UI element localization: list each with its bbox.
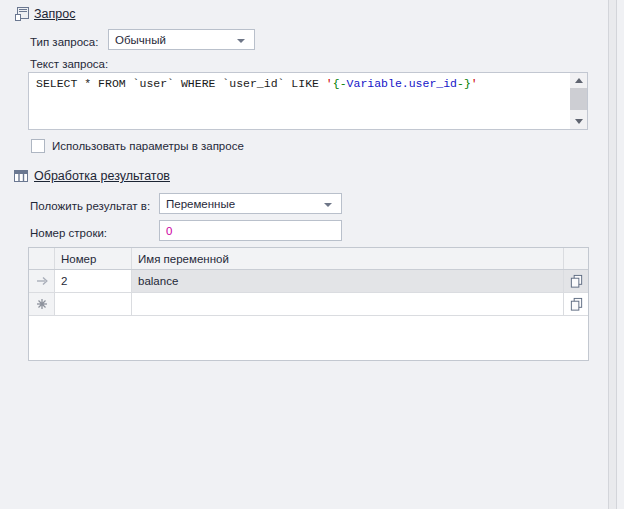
current-row-marker-cell[interactable] xyxy=(29,270,55,292)
result-target-select[interactable]: Переменные xyxy=(159,193,342,214)
chevron-down-icon xyxy=(324,203,332,207)
panel-scrollbar[interactable] xyxy=(608,0,617,509)
use-params-label: Использовать параметры в запросе xyxy=(52,140,244,152)
query-type-label: Тип запроса: xyxy=(30,36,98,48)
row-number-input[interactable]: 0 xyxy=(159,220,342,241)
sql-segment-close-brace: -} xyxy=(457,77,471,90)
table-icon xyxy=(13,168,29,184)
table-header-row: Номер Имя переменной xyxy=(29,248,588,270)
variable-cell[interactable]: balance xyxy=(132,270,564,292)
query-text-label: Текст запроса: xyxy=(30,58,108,70)
sql-segment-open-brace: {- xyxy=(333,77,347,90)
scrollbar-thumb[interactable] xyxy=(570,88,587,110)
sql-segment-close-quote: ' xyxy=(471,77,478,90)
query-text-scrollbar[interactable] xyxy=(570,73,587,129)
db-query-settings-panel: { "panel": { "query": { "title": "Запрос… xyxy=(0,0,624,509)
table-row-new[interactable] xyxy=(29,293,588,316)
variables-table: Номер Имя переменной 2 balance xyxy=(28,247,589,361)
result-target-label: Положить результат в: xyxy=(30,200,150,212)
column-header-number[interactable]: Номер xyxy=(55,248,132,269)
section-link-results[interactable]: Обработка результатов xyxy=(34,169,170,183)
copy-row-button[interactable] xyxy=(564,293,588,315)
variable-cell[interactable] xyxy=(132,293,564,315)
sql-segment-main: SELECT * FROM `user` WHERE `user_id` LIK… xyxy=(36,77,326,90)
scroll-down-button[interactable] xyxy=(570,114,587,129)
column-header-actions xyxy=(564,248,588,269)
copy-row-button-cell xyxy=(564,270,588,292)
new-row-asterisk-icon xyxy=(36,298,48,310)
scroll-up-button[interactable] xyxy=(570,73,587,88)
column-header-variable[interactable]: Имя переменной xyxy=(132,248,564,269)
row-number-value: 0 xyxy=(166,225,172,237)
row-arrow-icon xyxy=(36,276,48,286)
table-row[interactable]: 2 balance xyxy=(29,270,588,293)
copy-icon xyxy=(569,297,584,312)
use-params-checkbox[interactable] xyxy=(31,139,45,153)
query-type-select[interactable]: Обычный xyxy=(108,29,255,50)
sql-text: SELECT * FROM `user` WHERE `user_id` LIK… xyxy=(36,77,478,90)
sql-segment-open-quote: ' xyxy=(326,77,333,90)
section-link-query[interactable]: Запрос xyxy=(34,7,75,21)
copy-row-button[interactable] xyxy=(564,270,588,292)
query-text-area[interactable]: SELECT * FROM `user` WHERE `user_id` LIK… xyxy=(28,72,588,130)
result-target-value: Переменные xyxy=(166,198,235,210)
arrow-up-icon xyxy=(575,78,583,83)
row-number-label: Номер строки: xyxy=(30,227,107,239)
chevron-down-icon xyxy=(237,39,245,43)
query-form-icon xyxy=(14,6,30,22)
sql-segment-variable: Variable.user_id xyxy=(347,77,457,90)
copy-row-button-cell xyxy=(564,293,588,315)
number-cell[interactable] xyxy=(55,293,132,315)
new-row-marker-cell[interactable] xyxy=(29,293,55,315)
query-type-value: Обычный xyxy=(115,34,166,46)
copy-icon xyxy=(569,274,584,289)
number-cell[interactable]: 2 xyxy=(55,270,132,292)
arrow-down-icon xyxy=(575,119,583,124)
column-header-selector xyxy=(29,248,55,269)
